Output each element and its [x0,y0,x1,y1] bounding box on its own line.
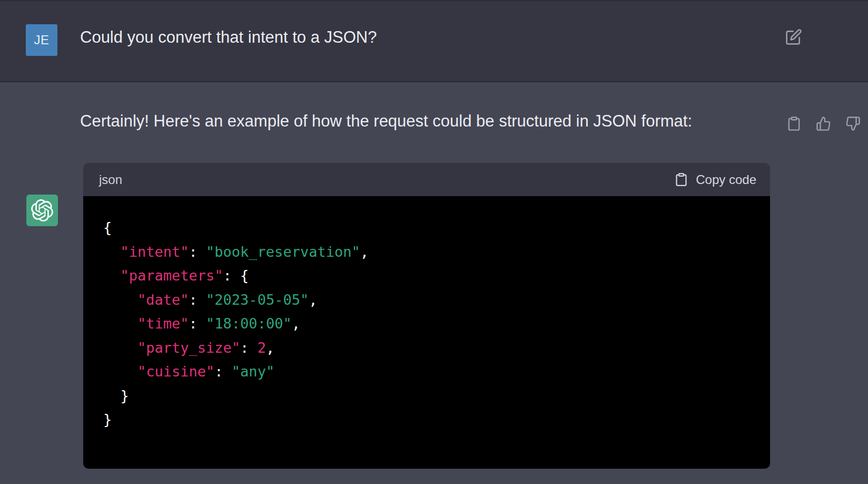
code-block-header: json Copy code [83,163,770,196]
edit-message-button[interactable] [785,28,802,45]
assistant-avatar [26,195,58,226]
openai-logo-icon [31,199,53,221]
copy-code-button[interactable]: Copy code [674,172,756,187]
code-line: "party_size": 2, [103,336,751,360]
code-line: { [103,216,751,240]
thumbs-up-icon [816,116,831,131]
code-line: } [103,408,751,432]
code-line: } [103,384,751,408]
code-content: { "intent": "book_reservation", "paramet… [83,196,770,469]
clipboard-icon [786,116,802,131]
code-block: json Copy code { "intent": "book_reserva… [83,163,770,469]
thumbs-down-button[interactable] [845,116,861,131]
code-line: "parameters": { [103,264,751,288]
user-message-text: Could you convert that intent to a JSON? [80,27,377,48]
code-line: "time": "18:00:00", [103,312,751,336]
code-line: "date": "2023-05-05", [103,288,751,312]
user-avatar-initials: JE [34,33,49,47]
thumbs-down-icon [845,116,861,131]
thumbs-up-button[interactable] [816,116,831,131]
copy-response-button[interactable] [786,116,802,131]
user-avatar: JE [26,24,57,56]
code-line: "intent": "book_reservation", [103,240,751,264]
code-line: "cuisine": "any" [103,360,751,384]
edit-pencil-square-icon [785,28,802,45]
assistant-message-text: Certainly! Here's an example of how the … [80,111,692,132]
code-language-label: json [99,172,122,187]
assistant-message-row: Certainly! Here's an example of how the … [0,82,868,484]
copy-code-label: Copy code [696,172,756,187]
user-message-row: JE Could you convert that intent to a JS… [0,0,868,82]
assistant-action-bar [786,116,861,131]
clipboard-icon [674,172,688,187]
